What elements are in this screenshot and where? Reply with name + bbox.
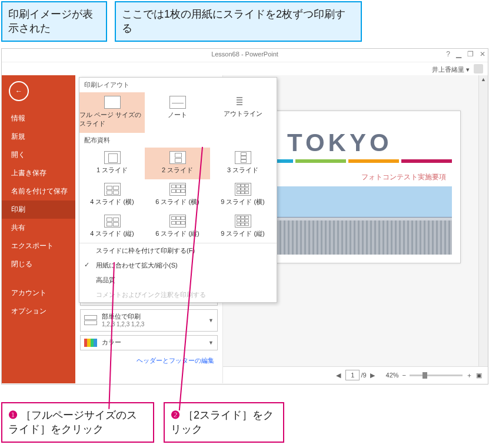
minimize-button[interactable]: ▁ [456, 50, 461, 58]
restore-button[interactable]: ❐ [467, 50, 474, 58]
user-row: 井上香緒里 ▾ [2, 62, 488, 75]
layout-popup-menu: 印刷レイアウト フル ページ サイズのスライドノートアウトライン 配布資料 1 … [79, 77, 277, 303]
zoom-level: 42% [386, 372, 399, 379]
layout-icon [104, 96, 121, 109]
collate-dropdown-sub: 1,2,3 1,2,3 1,2,3 [102, 321, 144, 328]
sidebar-item-3[interactable]: 上書き保存 [2, 164, 75, 182]
popup-section-handout-header: 配布資料 [79, 133, 277, 148]
color-dropdown[interactable]: カラー ▼ [80, 335, 218, 350]
powerpoint-window: Lesson68 - PowerPoint ? ▁ ❐ ✕ 井上香緒里 ▾ ← … [1, 48, 488, 385]
handout-option-2[interactable]: 3 スライド [210, 148, 275, 179]
title-bar: Lesson68 - PowerPoint ? ▁ ❐ ✕ [2, 49, 488, 62]
page-total: /9 [361, 372, 366, 379]
layout-option-0[interactable]: フル ページ サイズのスライド [79, 92, 145, 133]
handout-option-3[interactable]: 4 スライド (横) [79, 179, 145, 211]
zoom-thumb[interactable] [423, 372, 427, 379]
check-icon: ✓ [84, 261, 89, 269]
stack-icon [84, 315, 97, 325]
sidebar-item-4[interactable]: 名前を付けて保存 [2, 182, 75, 200]
sidebar-item-9[interactable]: アカウント [2, 284, 75, 302]
annotation-step-2: ❷ ［2スライド］をクリック [164, 402, 284, 443]
page-next-button[interactable]: ▶ [370, 372, 375, 379]
sidebar-item-6[interactable]: 共有 [2, 219, 75, 237]
sidebar-item-5[interactable]: 印刷 [2, 200, 75, 219]
sidebar-item-8[interactable]: 閉じる [2, 255, 75, 273]
handout-icon [169, 183, 186, 196]
back-arrow-icon: ← [15, 87, 22, 95]
sidebar-item-1[interactable]: 新規 [2, 128, 75, 146]
handout-icon [169, 151, 186, 164]
handout-option-5[interactable]: 9 スライド (横) [210, 179, 275, 211]
annotation-step-1: ❶ ［フルページサイズのスライド］をクリック [1, 402, 154, 443]
handout-icon [104, 151, 121, 164]
annotation-callout-print-image-shown: 印刷イメージが表示された [1, 1, 107, 42]
handout-icon [104, 215, 121, 228]
popup-option-2[interactable]: 高品質 [79, 273, 277, 287]
handout-icon [104, 183, 121, 196]
handout-option-8[interactable]: 9 スライド (縦) [210, 211, 275, 243]
page-prev-button[interactable]: ◀ [336, 372, 341, 379]
handout-option-0[interactable]: 1 スライド [79, 148, 145, 179]
user-name[interactable]: 井上香緒里 ▾ [432, 66, 470, 73]
layout-icon [169, 96, 186, 109]
sidebar-item-10[interactable]: オプション [2, 302, 75, 320]
slide-subtitle: フォトコンテスト実施要項 [361, 172, 446, 182]
handout-option-6[interactable]: 4 スライド (縦) [79, 211, 145, 243]
layout-option-1[interactable]: ノート [145, 92, 210, 133]
backstage-sidebar: ← 情報新規開く上書き保存名前を付けて保存印刷共有エクスポート閉じるアカウントオ… [2, 75, 75, 383]
scroll-up-icon[interactable]: ▲ [479, 75, 488, 84]
annotation-callout-two-per-page: ここでは1枚の用紙にスライドを2枚ずつ印刷する [115, 1, 362, 42]
handout-icon [235, 151, 251, 164]
close-button[interactable]: ✕ [480, 50, 485, 58]
sidebar-item-7[interactable]: エクスポート [2, 237, 75, 255]
popup-option-0[interactable]: スライドに枠を付けて印刷する(F) [79, 243, 277, 258]
layout-option-2[interactable]: アウトライン [210, 92, 275, 133]
handout-option-7[interactable]: 6 スライド (縦) [145, 211, 210, 243]
page-number-input[interactable]: 1 [345, 370, 360, 380]
handout-icon [235, 215, 251, 228]
zoom-fit-button[interactable]: ▣ [476, 372, 482, 379]
handout-icon [235, 183, 251, 196]
window-title: Lesson68 - PowerPoint [211, 51, 278, 58]
back-button[interactable]: ← [9, 81, 29, 101]
collate-dropdown[interactable]: 部単位で印刷 1,2,3 1,2,3 1,2,3 ▼ [80, 309, 218, 331]
popup-option-1[interactable]: ✓用紙に合わせて拡大/縮小(S) [79, 258, 277, 273]
page-navigation-bar: ◀ 1 /9 ▶ 42% − ＋ ▣ [223, 366, 488, 383]
zoom-out-button[interactable]: − [402, 372, 406, 379]
preview-scrollbar[interactable]: ▲ [478, 75, 488, 383]
popup-section-layout-header: 印刷レイアウト [79, 78, 277, 92]
layout-icon [235, 96, 251, 108]
handout-icon [169, 215, 186, 228]
popup-option-3: コメントおよびインク注釈を印刷する [79, 287, 277, 302]
zoom-slider[interactable] [410, 375, 463, 376]
sidebar-item-0[interactable]: 情報 [2, 109, 75, 128]
help-button[interactable]: ? [446, 50, 450, 58]
header-footer-edit-link[interactable]: ヘッダーとフッターの編集 [80, 354, 218, 365]
chevron-down-icon: ▼ [208, 340, 214, 346]
color-icon [84, 339, 97, 347]
sidebar-item-2[interactable]: 開く [2, 146, 75, 164]
avatar[interactable] [474, 64, 483, 73]
chevron-down-icon: ▼ [208, 317, 214, 323]
handout-option-4[interactable]: 6 スライド (横) [145, 179, 210, 211]
zoom-in-button[interactable]: ＋ [466, 371, 473, 380]
collate-dropdown-title: 部単位で印刷 [102, 313, 144, 320]
slide-title: TOKYO [287, 129, 392, 157]
